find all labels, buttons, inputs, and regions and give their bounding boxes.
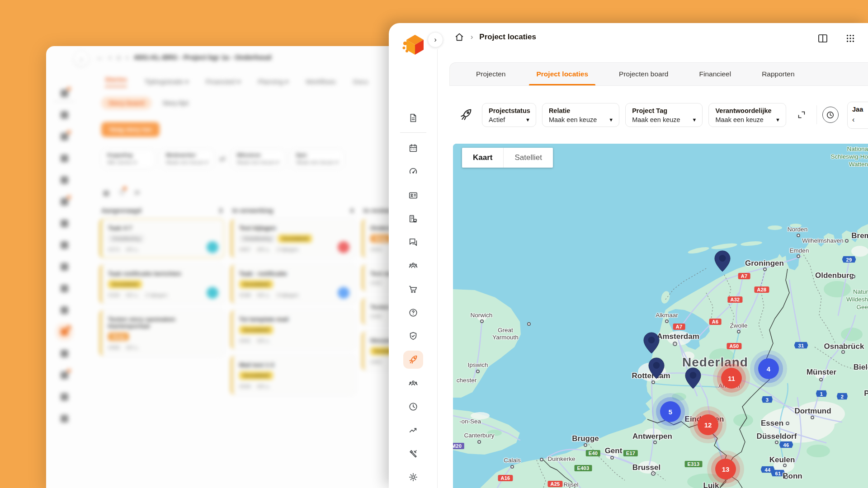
bg-filter-pill[interactable]: KoppelingAlle stories ▾ (101, 149, 155, 169)
bg-kanban-card[interactable]: Mail test 1-3Gemiddeld#3440/0 u. (231, 356, 355, 395)
sidebar-collapse-button[interactable]: › (428, 32, 443, 47)
bg-tab[interactable]: Workflows (306, 78, 336, 85)
bg-tab[interactable]: Planning ▾ (258, 78, 288, 85)
sidebar-item-security[interactable] (403, 327, 423, 345)
bg-rail-icon[interactable] (61, 371, 68, 379)
sidebar-item-contacts[interactable] (403, 186, 423, 204)
bg-collapse-button[interactable]: › (74, 52, 89, 66)
sidebar-item-time[interactable] (403, 398, 423, 416)
sidebar-item-team[interactable] (403, 257, 423, 275)
bg-rail-icon[interactable] (61, 306, 68, 314)
bg-grid-icon[interactable]: ▦ (103, 189, 109, 197)
bg-filter-icon[interactable]: ⛉ (119, 189, 124, 197)
sidebar-item-help[interactable] (403, 304, 423, 322)
bg-rail-icon[interactable] (61, 415, 68, 422)
bg-add-story-button[interactable]: Voeg story toe (101, 122, 160, 137)
sidebar-item-messages[interactable] (403, 233, 423, 251)
bg-tab[interactable]: Stories (105, 76, 127, 87)
split-view-icon[interactable] (817, 33, 828, 44)
sidebar-item-hr[interactable] (403, 374, 423, 392)
map-cluster-marker[interactable]: 12 (698, 414, 718, 435)
map-cluster-marker[interactable]: 13 (715, 459, 736, 479)
map-cluster-marker[interactable]: 4 (758, 358, 779, 379)
bg-subtab-storylijst[interactable]: Story-lijst (162, 99, 189, 107)
bg-filter-pill[interactable]: MedewerkerMaak een keuze ▾ (160, 149, 214, 169)
bg-rail-icon[interactable] (61, 263, 68, 271)
road-shield: 2 (837, 393, 848, 400)
sidebar-item-tools[interactable] (403, 445, 423, 463)
sidebar-item-company[interactable] (403, 210, 423, 228)
bg-kanban-card[interactable]: Testen story aanmaken klantenportaalHoog… (99, 310, 224, 356)
bg-rail-icon[interactable] (61, 241, 68, 249)
bg-tab[interactable]: Docu (353, 78, 368, 85)
map-pin-marker[interactable] (685, 367, 701, 391)
bg-kanban-card[interactable]: Test bijlagenOntwikkelingGemiddeld#4570/… (231, 219, 355, 258)
sidebar-item-settings[interactable] (403, 468, 423, 486)
expand-corners-icon[interactable] (797, 110, 807, 120)
bg-kanban-card[interactable]: Tst template mailGemiddeld#3410/0 u. (231, 310, 355, 349)
tab-financieel[interactable]: Financieel (684, 63, 747, 85)
map-city-dot (480, 319, 484, 323)
bg-rail-icon[interactable] (61, 133, 68, 141)
bg-rail-icon[interactable] (61, 220, 68, 227)
tab-projecten[interactable]: Projecten (461, 63, 521, 85)
avatar (207, 287, 218, 299)
sidebar-item-documents[interactable] (403, 109, 423, 127)
map-pin-marker[interactable] (643, 332, 660, 356)
breadcrumb-sep: › (471, 33, 473, 41)
bg-subtab-storyboard[interactable]: Story-board (101, 97, 151, 109)
map-city-label: Luik (703, 481, 719, 488)
apps-grid-icon[interactable] (845, 33, 855, 43)
filter-relatie[interactable]: Relatie Maak een keuze▼ (542, 103, 619, 127)
bg-swap-icon[interactable]: ⇄ (219, 155, 225, 163)
bg-rail-icon[interactable] (61, 285, 68, 292)
kaart-button[interactable]: Kaart (462, 148, 504, 168)
bg-kanban-card[interactable]: Taak notificatie berichtenGemiddeld#3390… (99, 264, 224, 304)
sidebar-item-reports[interactable] (403, 421, 423, 439)
scroll-left-icon[interactable]: ‹ (852, 116, 868, 124)
bg-rail-icon[interactable] (61, 111, 68, 119)
map-cluster-marker[interactable]: 11 (721, 368, 742, 389)
filter-projectstatus[interactable]: Projectstatus Actief▼ (482, 103, 536, 127)
map-city-label: P (864, 389, 868, 398)
bg-filter-pill[interactable]: EpicMaak een keuze ▾ (290, 149, 344, 169)
bg-home-icon[interactable]: ⌂ (117, 53, 121, 61)
shield-check-icon (408, 331, 418, 341)
bg-rail-icon[interactable] (61, 155, 68, 162)
bg-back-icon[interactable]: ← (97, 53, 104, 61)
filter-jaar-cut[interactable]: Jaa ‹ (847, 102, 868, 129)
bg-tab[interactable]: Tijdregistratie ▾ (144, 78, 189, 85)
map-canvas[interactable]: NorwichGreat YarmouthIpswichchester-on-S… (453, 144, 868, 488)
bg-filter-pill[interactable]: MilestoneMaak een keuze ▾ (231, 149, 285, 169)
map-pin-marker[interactable] (714, 250, 731, 274)
sidebar-item-calendar[interactable] (403, 139, 423, 157)
bg-rail-icon[interactable] (61, 89, 68, 97)
satelliet-button[interactable]: Satelliet (504, 148, 552, 168)
map-city-dot (477, 440, 481, 444)
bg-rail-icon[interactable] (61, 176, 68, 184)
map-city-label: Brem (851, 231, 868, 240)
history-clock-button[interactable] (822, 107, 839, 123)
filter-verantwoordelijke[interactable]: Verantwoordelijke Maak een keuze▼ (708, 103, 786, 127)
bg-rail-icon[interactable] (61, 198, 68, 206)
sidebar-item-orders[interactable] (403, 280, 423, 298)
filter-project-tag[interactable]: Project Tag Maak een keuze▼ (625, 103, 703, 127)
app-logo-icon[interactable] (402, 31, 428, 57)
home-icon[interactable] (454, 32, 464, 42)
bg-kanban-card[interactable]: Taak - notificatieGemiddeld#3380/0 u.3 b… (231, 264, 355, 304)
sidebar-item-dashboard[interactable] (403, 163, 423, 181)
bg-tab[interactable]: Financieel ▾ (206, 78, 241, 85)
bg-refresh-icon[interactable]: ⟳ (134, 189, 140, 197)
sidebar-item-projects-active[interactable] (403, 351, 423, 369)
map-pin-marker[interactable] (648, 357, 665, 381)
tab-project-locaties[interactable]: Project locaties (521, 63, 604, 85)
tab-rapporten[interactable]: Rapporten (746, 63, 810, 85)
bg-rail-icon[interactable] (61, 350, 68, 357)
tab-projecten-board[interactable]: Projecten board (604, 63, 684, 85)
map-city-dot (476, 370, 480, 373)
map-cluster-marker[interactable]: 5 (660, 401, 681, 422)
filter-value: Maak een keuze (715, 116, 763, 123)
bg-rail-icon[interactable] (61, 393, 68, 401)
bg-rail-icon[interactable] (61, 328, 68, 336)
bg-kanban-card[interactable]: Taak 4-7Ontwikkeling#3730/0 u. (99, 219, 224, 258)
